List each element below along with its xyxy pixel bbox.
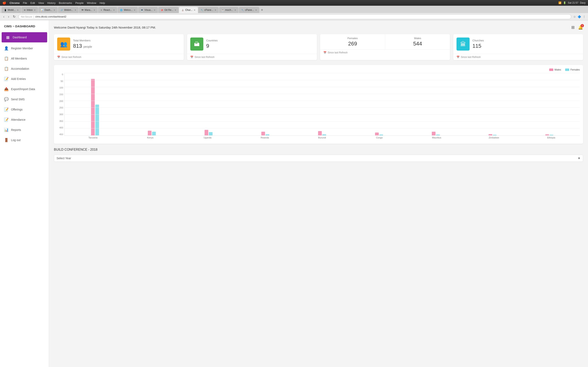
user-display: Davy xyxy=(580,1,586,4)
sidebar: CIMS ~ DASHBOARD ▦ Dashboard 👤 Register … xyxy=(0,20,49,367)
sidebar-item-entries[interactable]: 📝 Add Entries xyxy=(0,74,49,84)
bar-group-congo xyxy=(351,133,407,135)
members-icon: 📋 xyxy=(4,56,8,61)
battery-icon: 🔋 xyxy=(563,1,566,4)
bar-female-mauritius xyxy=(436,134,440,135)
sidebar-label-offerings: Offerings xyxy=(11,108,23,111)
sidebar-item-accommodation[interactable]: 📋 Accomodation xyxy=(0,64,49,74)
females-value: 269 xyxy=(323,41,382,47)
sidebar-label-reports: Reports xyxy=(11,128,21,132)
churches-stat-value: 115 xyxy=(472,43,580,49)
year-select-wrapper[interactable]: Select Year ▼ xyxy=(54,155,583,162)
gender-dual: Females 269 Males 544 xyxy=(320,34,450,49)
countries-footer-text: Since last Refresh xyxy=(195,56,214,58)
bar-group-zimbabwe xyxy=(464,134,521,135)
menu-help[interactable]: Help xyxy=(100,1,105,4)
bar-male-mauritius xyxy=(432,132,435,135)
bar-male-ethiopia xyxy=(545,134,549,135)
males-value: 544 xyxy=(389,41,447,47)
menu-people[interactable]: People xyxy=(75,1,84,4)
app-menu-chrome[interactable]: Chrome xyxy=(9,1,20,4)
sidebar-label-entries: Add Entries xyxy=(11,77,26,81)
stat-card-churches: 🏛 Churches 115 📅 Since last Refresh xyxy=(453,34,583,60)
menu-view[interactable]: View xyxy=(38,1,44,4)
logout-icon: 🚪 xyxy=(4,138,8,142)
y-label-250: 250 xyxy=(57,106,64,109)
y-label-350: 350 xyxy=(57,120,64,122)
tab-4[interactable]: 🔗Webm...✕ xyxy=(58,7,78,13)
reload-button[interactable]: ↻ xyxy=(12,14,16,19)
menu-window[interactable]: Window xyxy=(87,1,96,4)
back-button[interactable]: ‹ xyxy=(2,15,5,19)
tab-3[interactable]: 📊Dash...✕ xyxy=(38,7,58,13)
x-label-uganda: Uganda xyxy=(179,136,236,141)
sidebar-item-export[interactable]: 📤 Export/Import Data xyxy=(0,84,49,94)
sidebar-item-offerings[interactable]: 📝 Offerings xyxy=(0,104,49,115)
sidebar-item-logout[interactable]: 🚪 Log out xyxy=(0,135,49,145)
accommodation-icon: 📋 xyxy=(4,67,8,71)
menu-history[interactable]: History xyxy=(47,1,55,4)
chart-y-axis: 450 400 350 300 250 200 150 100 50 0 xyxy=(57,73,64,141)
conference-title: BUILD CONFERENCE - 2018 xyxy=(54,148,583,151)
time-display: Sat 21:57 xyxy=(568,1,578,4)
new-tab-button[interactable]: + xyxy=(260,7,264,13)
tab-9[interactable]: 🐙Git Re...✕ xyxy=(158,7,179,13)
legend-males: Males xyxy=(549,68,561,71)
calendar-icon-3: 📅 xyxy=(323,51,327,54)
stat-card-gender: Females 269 Males 544 📅 Since last Refre… xyxy=(320,34,450,60)
countries-stat-label: Countries xyxy=(206,39,314,42)
extensions-icon[interactable]: 🔷 xyxy=(578,15,581,18)
bar-male-congo xyxy=(375,133,379,135)
males-legend-box xyxy=(549,68,553,71)
x-label-ethiopia: Ethiopia xyxy=(523,136,580,141)
mac-menubar: 🍎 Chrome File Edit View History Bookmark… xyxy=(0,0,588,6)
url-bar[interactable]: Not Secure | cims.dtcstz.com/dashboard2 xyxy=(18,14,571,19)
members-stat-icon: 👥 xyxy=(57,38,70,50)
sidebar-item-members[interactable]: 📋 All Members xyxy=(0,53,49,64)
tab-12[interactable]: ☕moch...✕ xyxy=(219,7,238,13)
sidebar-item-sms[interactable]: 💬 Send SMS xyxy=(0,94,49,104)
menu-file[interactable]: File xyxy=(23,1,27,4)
chart-legend: Males Females xyxy=(57,68,580,71)
browser-actions: ☆ 🔷 ⋮ xyxy=(573,15,586,18)
main-content: Welcome David Nyangi Today is Saturday 2… xyxy=(49,20,588,367)
tab-10-active[interactable]: ⛪Chur...✕ xyxy=(179,7,198,13)
menu-bookmarks[interactable]: Bookmarks xyxy=(59,1,72,4)
sidebar-label-attendance: Attendance xyxy=(11,118,26,121)
tab-5[interactable]: 🗺Mara...✕ xyxy=(79,7,98,13)
members-stat-label: Total Members xyxy=(73,39,181,42)
notification-badge: 5 xyxy=(581,24,584,27)
apple-icon[interactable]: 🍎 xyxy=(2,1,6,5)
x-label-zimbabwe: Zimbabwe xyxy=(465,136,523,141)
tab-6[interactable]: ⚛React...✕ xyxy=(98,7,117,13)
app-container: CIMS ~ DASHBOARD ▦ Dashboard 👤 Register … xyxy=(0,20,588,367)
tab-2[interactable]: ✉Inbox✕ xyxy=(21,7,38,13)
bookmark-icon[interactable]: ☆ xyxy=(573,15,576,18)
mac-status-icons: 📶 🔋 Sat 21:57 Davy xyxy=(558,1,586,4)
offerings-icon: 📝 xyxy=(4,107,8,112)
menu-icon[interactable]: ⋮ xyxy=(583,15,586,18)
grid-view-button[interactable]: ⊞ xyxy=(571,25,576,30)
sidebar-item-attendance[interactable]: 📝 Attendance xyxy=(0,115,49,125)
header-bar: Welcome David Nyangi Today is Saturday 2… xyxy=(54,25,583,30)
forward-button[interactable]: › xyxy=(7,15,10,19)
tab-11[interactable]: 🔧cPane...✕ xyxy=(198,7,219,13)
females-stat: Females 269 xyxy=(320,34,385,49)
sidebar-item-dashboard[interactable]: ▦ Dashboard xyxy=(2,32,47,42)
sidebar-item-reports[interactable]: 📊 Reports xyxy=(0,125,49,135)
select-chevron-icon: ▼ xyxy=(578,157,580,160)
males-label: Males xyxy=(389,37,447,40)
bar-male-burundi xyxy=(318,131,322,135)
tab-7[interactable]: 🌐Welco...✕ xyxy=(118,7,138,13)
attendance-icon: 📝 xyxy=(4,117,8,122)
tab-13[interactable]: 🔧cPane...✕ xyxy=(239,7,259,13)
bar-female-uganda xyxy=(209,132,213,135)
chart-card: Males Females 450 400 350 300 250 200 15… xyxy=(54,65,583,144)
tab-1[interactable]: 📱Mobil...✕ xyxy=(2,7,21,13)
bar-female-burundi xyxy=(322,134,326,135)
sidebar-item-register[interactable]: 👤 Register Member xyxy=(0,43,49,53)
y-label-300: 300 xyxy=(57,113,64,116)
menu-edit[interactable]: Edit xyxy=(30,1,35,4)
tab-8[interactable]: 💻Visua...✕ xyxy=(138,7,158,13)
notification-button[interactable]: 🔔 5 xyxy=(578,25,583,30)
